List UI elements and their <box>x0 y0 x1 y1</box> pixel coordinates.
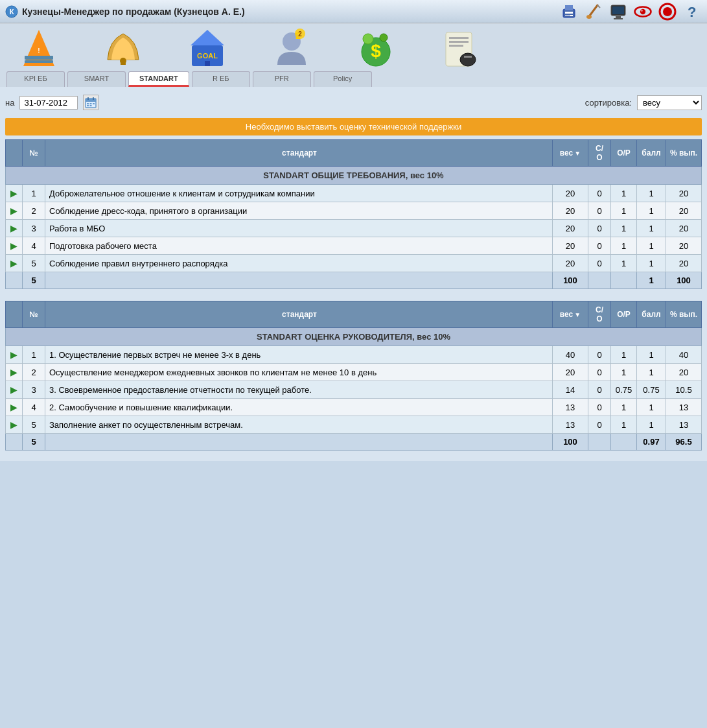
svg-text:$: $ <box>371 41 381 61</box>
row-vyp: 20 <box>666 220 702 237</box>
svg-rect-52 <box>90 105 92 106</box>
play-button[interactable]: ▶ <box>6 416 23 434</box>
tab-roles[interactable]: R ЕБ <box>192 71 250 87</box>
row-op: 1 <box>611 416 637 434</box>
calendar-button[interactable] <box>83 95 99 110</box>
tab-kpi[interactable]: KPI ЕБ <box>6 71 65 87</box>
row-co: 0 <box>588 220 611 237</box>
row-vyp: 13 <box>666 399 702 416</box>
record-icon[interactable] <box>658 2 677 21</box>
row-ball: 1 <box>637 399 666 416</box>
date-input[interactable] <box>19 96 78 110</box>
app-icon: К <box>5 5 18 18</box>
nav-icon-smart[interactable] <box>91 27 156 69</box>
table-row: ▶ 5 Соблюдение правил внутреннего распор… <box>6 255 702 272</box>
row-standart: 2. Самообучение и повышение квалификации… <box>45 399 553 416</box>
th-ball-2: балл <box>637 301 666 328</box>
row-num: 5 <box>23 255 45 272</box>
sum-row-1: 5 100 1 100 <box>6 272 702 289</box>
help-icon[interactable]: ? <box>682 2 702 21</box>
play-button[interactable]: ▶ <box>6 364 23 381</box>
svg-point-15 <box>640 8 645 14</box>
sum-co-empty <box>588 434 611 451</box>
svg-rect-45 <box>86 99 96 102</box>
row-vyp: 13 <box>666 416 702 434</box>
play-button[interactable]: ▶ <box>6 399 23 416</box>
policy-image <box>439 27 481 69</box>
play-button[interactable]: ▶ <box>6 346 23 364</box>
row-ball: 1 <box>637 364 666 381</box>
sum-standart-empty <box>45 272 553 289</box>
nav-icon-pfr[interactable]: $ <box>343 27 408 69</box>
row-op: 1 <box>611 346 637 364</box>
sum-standart-empty <box>45 434 553 451</box>
sort-select[interactable]: весу номеру алфавиту <box>637 95 702 110</box>
sum-op-empty <box>611 272 637 289</box>
row-op: 1 <box>611 202 637 220</box>
row-op: 1 <box>611 255 637 272</box>
filter-right: сортировка: весу номеру алфавиту <box>585 95 702 110</box>
title-bar: К Кузнецы-Менеджер по продажам (Кузнецов… <box>0 0 707 23</box>
title-bar-left: К Кузнецы-Менеджер по продажам (Кузнецов… <box>5 5 245 18</box>
svg-rect-25 <box>121 61 126 65</box>
sum-op-empty <box>611 434 637 451</box>
row-num: 3 <box>23 220 45 237</box>
kpi-image: ! <box>18 27 60 69</box>
tab-policy[interactable]: Policy <box>314 71 372 87</box>
row-vyp: 20 <box>666 237 702 255</box>
row-standart: Подготовка рабочего места <box>45 237 553 255</box>
table-2: № стандарт вес ▼ С/О О/Р балл % вып. STA… <box>5 301 702 451</box>
tab-standart[interactable]: STANDART <box>128 71 189 87</box>
table-row: ▶ 5 Заполнение анкет по осуществленным в… <box>6 416 702 434</box>
print-icon[interactable] <box>559 2 579 21</box>
svg-rect-4 <box>565 5 573 10</box>
play-button[interactable]: ▶ <box>6 255 23 272</box>
brush-icon[interactable] <box>584 2 603 21</box>
table-row: ▶ 1 1. Осуществление первых встреч не ме… <box>6 346 702 364</box>
row-ves: 20 <box>553 220 588 237</box>
eye-icon[interactable] <box>633 2 653 21</box>
play-button[interactable]: ▶ <box>6 237 23 255</box>
row-ball: 1 <box>637 237 666 255</box>
row-num: 3 <box>23 381 45 399</box>
svg-rect-21 <box>25 56 53 60</box>
table-row: ▶ 4 2. Самообучение и повышение квалифик… <box>6 399 702 416</box>
play-button[interactable]: ▶ <box>6 381 23 399</box>
th-arrow-1 <box>6 140 23 167</box>
sort-label: сортировка: <box>585 98 632 108</box>
row-num: 1 <box>23 185 45 202</box>
monitor-icon[interactable] <box>608 2 628 21</box>
nav-icon-kpi[interactable]: ! <box>6 27 71 69</box>
tab-smart[interactable]: SMART <box>67 71 126 87</box>
row-co: 0 <box>588 237 611 255</box>
sum-ves: 100 <box>553 272 588 289</box>
play-button[interactable]: ▶ <box>6 202 23 220</box>
sum-vyp: 100 <box>666 272 702 289</box>
th-arrow-2 <box>6 301 23 328</box>
row-standart: 1. Осуществление первых встреч не менее … <box>45 346 553 364</box>
svg-rect-43 <box>464 56 472 58</box>
svg-point-18 <box>663 7 672 16</box>
nav-icon-standart[interactable]: GOAL <box>175 27 240 69</box>
main-content: на сортировка: весу ном <box>0 87 707 461</box>
play-button[interactable]: ▶ <box>6 220 23 237</box>
nav-icon-roles[interactable]: 2 2 <box>259 27 324 69</box>
svg-rect-50 <box>93 103 95 104</box>
tab-pfr[interactable]: PFR <box>253 71 311 87</box>
row-standart: Осуществление менеджером ежедневных звон… <box>45 364 553 381</box>
group-title-2: STANDART ОЦЕНКА РУКОВОДИТЕЛЯ, вес 10% <box>6 328 702 346</box>
sum-co-empty <box>588 272 611 289</box>
svg-line-9 <box>597 5 600 8</box>
svg-text:!: ! <box>38 47 40 54</box>
play-button[interactable]: ▶ <box>6 185 23 202</box>
table-1: № стандарт вес ▼ С/О О/Р балл % вып. STA… <box>5 139 702 289</box>
nav-icon-policy[interactable] <box>428 27 493 69</box>
row-ball: 1 <box>637 220 666 237</box>
svg-text:К: К <box>10 8 14 16</box>
th-standart-1: стандарт <box>45 140 553 167</box>
row-num: 4 <box>23 399 45 416</box>
sum-vyp: 96.5 <box>666 434 702 451</box>
table-row: ▶ 3 Работа в МБО 20 0 1 1 20 <box>6 220 702 237</box>
row-op: 1 <box>611 399 637 416</box>
row-standart: Соблюдение дресс-кода, принятого в орган… <box>45 202 553 220</box>
